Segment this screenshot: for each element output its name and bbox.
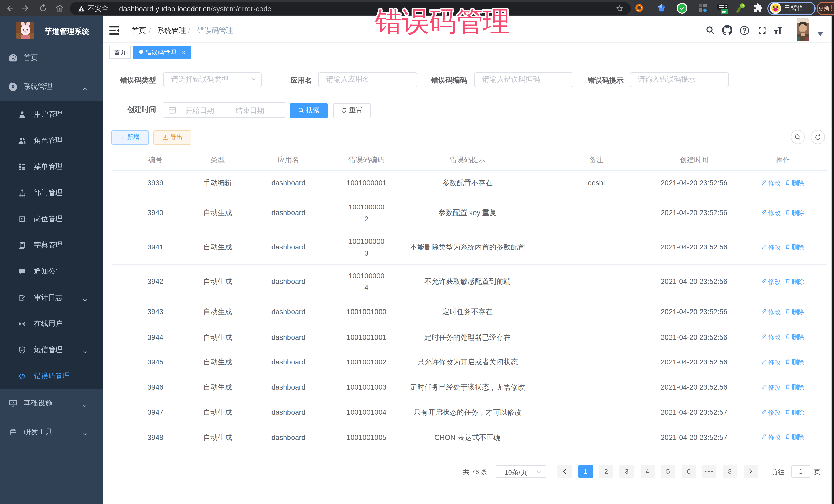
svg-text:on: on [722,10,726,14]
